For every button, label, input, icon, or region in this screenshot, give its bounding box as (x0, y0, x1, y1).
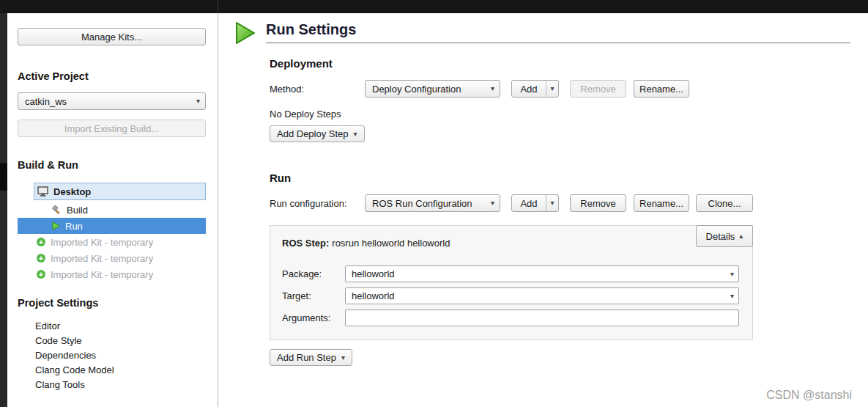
chevron-up-icon (739, 232, 743, 240)
plus-circle-icon (37, 270, 45, 279)
ros-step-panel: ROS Step:rosrun helloworld helloworld De… (270, 225, 753, 340)
chevron-down-icon (354, 131, 357, 138)
project-combobox-value: catkin_ws (25, 96, 196, 107)
add-run-config-dropdown[interactable] (546, 195, 558, 211)
chevron-down-icon (730, 293, 734, 300)
add-run-step-button[interactable]: Add Run Step (270, 349, 352, 366)
tree-item-build[interactable]: Build (7, 202, 218, 218)
imported-kit-item[interactable]: Imported Kit - temporary (7, 234, 218, 250)
chevron-down-icon (491, 199, 494, 207)
no-deploy-steps-text: No Deploy Steps (270, 109, 850, 120)
chevron-down-icon (730, 271, 734, 278)
sidebar-item-dependencies[interactable]: Dependencies (7, 348, 218, 363)
ros-step-title-text: rosrun helloworld helloworld (332, 238, 450, 249)
projects-sidebar: Manage Kits... Active Project catkin_ws … (7, 13, 218, 407)
target-combobox[interactable]: helloworld (345, 287, 739, 304)
build-label: Build (67, 205, 88, 216)
plus-circle-icon (37, 254, 45, 263)
deployment-section: Deployment Method: Deploy Configuration … (270, 57, 850, 366)
run-config-label: Run configuration: (270, 198, 365, 209)
chevron-down-icon (341, 354, 345, 362)
imported-kit-item[interactable]: Imported Kit - temporary (7, 250, 218, 266)
imported-kit-label: Imported Kit - temporary (51, 237, 153, 248)
build-run-label: Build & Run (18, 159, 218, 171)
ros-step-title-label: ROS Step: (282, 238, 329, 249)
sidebar-item-code-style[interactable]: Code Style (7, 334, 218, 348)
remove-run-config-button[interactable]: Remove (570, 194, 626, 212)
build-run-tree: Desktop Build Run Imported Kit - tempora… (7, 183, 218, 282)
tree-item-run[interactable]: Run (18, 218, 206, 234)
details-button[interactable]: Details (696, 225, 753, 247)
rename-run-config-button[interactable]: Rename... (634, 194, 689, 212)
page-title: Run Settings (266, 21, 850, 38)
package-label: Package: (282, 268, 345, 279)
plus-circle-icon (37, 238, 45, 246)
title-underline: Run Settings (266, 19, 850, 43)
target-label: Target: (282, 290, 345, 301)
add-deploy-step-button[interactable]: Add Deploy Step (270, 125, 365, 142)
method-row: Method: Deploy Configuration Add Remove … (270, 80, 850, 98)
run-config-combobox[interactable]: ROS Run Configuration (365, 194, 500, 212)
active-mode-indicator (0, 163, 7, 191)
project-settings-label: Project Settings (18, 297, 218, 309)
run-config-row: Run configuration: ROS Run Configuration… (270, 194, 850, 212)
add-run-config-label: Add (512, 195, 546, 211)
sidebar-item-editor[interactable]: Editor (7, 319, 218, 334)
add-deploy-dropdown[interactable] (546, 81, 558, 97)
package-combobox-value: helloworld (352, 268, 730, 279)
clone-run-config-button[interactable]: Clone... (696, 194, 753, 212)
chevron-down-icon (550, 85, 554, 92)
titlebar-divider (218, 0, 218, 13)
method-combobox-value: Deploy Configuration (372, 84, 491, 95)
add-deploy-step-label: Add Deploy Step (277, 128, 349, 139)
arguments-input[interactable] (345, 309, 739, 326)
deployment-heading: Deployment (270, 57, 850, 70)
method-combobox[interactable]: Deploy Configuration (365, 80, 500, 98)
target-combobox-value: helloworld (352, 290, 730, 301)
package-combobox[interactable]: helloworld (345, 265, 739, 282)
run-settings-icon (232, 21, 257, 45)
imported-kit-label: Imported Kit - temporary (51, 269, 153, 280)
kit-item-label: Desktop (53, 186, 91, 197)
import-build-button[interactable]: Import Existing Build... (18, 120, 206, 137)
details-label: Details (706, 231, 735, 242)
add-run-step-label: Add Run Step (277, 352, 336, 363)
chevron-down-icon (491, 85, 494, 92)
run-icon (51, 221, 60, 230)
mode-selector-strip (0, 13, 7, 407)
method-label: Method: (270, 84, 365, 95)
active-project-label: Active Project (18, 70, 218, 82)
window-titlebar (0, 0, 868, 13)
remove-deploy-button[interactable]: Remove (570, 80, 626, 98)
chevron-down-icon (550, 199, 554, 207)
run-label: Run (65, 221, 83, 232)
hammer-icon (51, 205, 62, 215)
project-settings-list: Editor Code Style Dependencies Clang Cod… (7, 319, 218, 392)
run-config-combobox-value: ROS Run Configuration (372, 198, 491, 209)
run-heading: Run (270, 172, 850, 184)
chevron-down-icon (196, 98, 200, 105)
add-deploy-label: Add (512, 81, 546, 97)
ros-step-title: ROS Step:rosrun helloworld helloworld (282, 238, 739, 249)
add-deploy-button[interactable]: Add (511, 80, 559, 98)
monitor-icon (37, 186, 48, 197)
target-row: Target: helloworld (282, 287, 739, 304)
manage-kits-button[interactable]: Manage Kits... (18, 28, 206, 45)
imported-kit-label: Imported Kit - temporary (51, 253, 153, 264)
add-run-config-button[interactable]: Add (511, 194, 559, 212)
package-row: Package: helloworld (282, 265, 739, 282)
sidebar-item-clang-tools[interactable]: Clang Tools (7, 378, 218, 392)
watermark: CSDN @stanshi (766, 389, 852, 402)
rename-deploy-button[interactable]: Rename... (634, 80, 689, 98)
imported-kit-item[interactable]: Imported Kit - temporary (7, 266, 218, 282)
kit-item-desktop[interactable]: Desktop (34, 183, 206, 200)
arguments-row: Arguments: (282, 309, 739, 326)
sidebar-item-clang-code-model[interactable]: Clang Code Model (7, 363, 218, 378)
arguments-label: Arguments: (282, 312, 345, 323)
project-combobox[interactable]: catkin_ws (18, 92, 206, 110)
run-settings-header: Run Settings (232, 19, 850, 45)
main-panel: Run Settings Deployment Method: Deploy C… (219, 13, 868, 407)
